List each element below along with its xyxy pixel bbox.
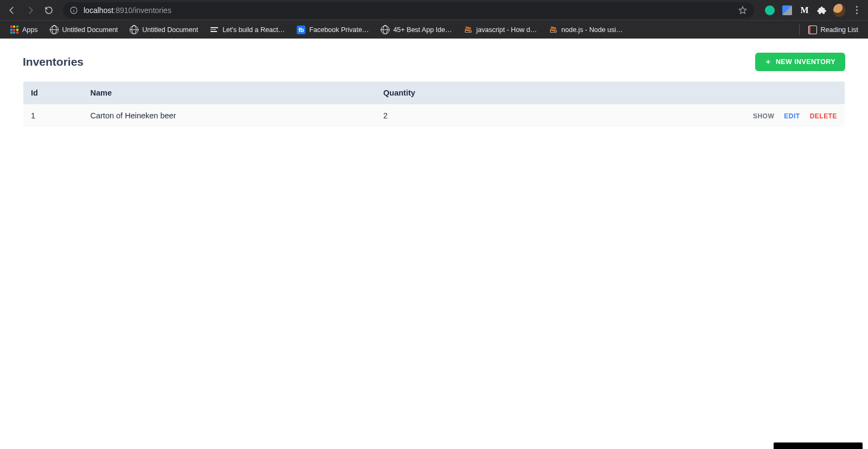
bookmark-appideas[interactable]: 45+ Best App Ide…: [376, 23, 456, 36]
extensions-icon[interactable]: [816, 4, 828, 16]
extensions-area: M: [761, 4, 864, 16]
edit-action[interactable]: EDIT: [784, 112, 800, 120]
forward-button[interactable]: [23, 3, 38, 18]
bookmark-separator: [799, 24, 800, 35]
bookmark-label: javascript - How d…: [476, 26, 537, 34]
new-inventory-button[interactable]: NEW INVENTORY: [755, 53, 845, 71]
bookmark-label: Untitled Document: [142, 26, 198, 34]
new-inventory-label: NEW INVENTORY: [776, 58, 835, 66]
browser-toolbar: localhost:8910/inventories M: [0, 0, 868, 20]
col-header-id: Id: [23, 81, 83, 105]
inventories-table: Id Name Quantity 1 Carton of Heineken be…: [23, 81, 845, 128]
browser-menu-icon[interactable]: [851, 4, 863, 16]
col-header-actions: [682, 81, 845, 105]
bookmark-apps[interactable]: Apps: [5, 23, 42, 36]
bookmark-star-icon[interactable]: [738, 5, 748, 15]
show-action[interactable]: SHOW: [753, 112, 774, 120]
plus-icon: [765, 59, 771, 65]
cell-id: 1: [23, 104, 83, 128]
table-row: 1 Carton of Heineken beer 2 SHOW EDIT DE…: [23, 104, 845, 128]
bookmark-nodejs[interactable]: node.js - Node usi…: [545, 23, 627, 36]
reading-list[interactable]: Reading List: [804, 23, 863, 36]
col-header-name: Name: [83, 81, 376, 105]
col-header-quantity: Quantity: [376, 81, 682, 105]
browser-chrome: localhost:8910/inventories M Apps Untitl…: [0, 0, 868, 39]
bookmarks-bar: Apps Untitled Document Untitled Document…: [0, 20, 868, 39]
url-text: localhost:8910/inventories: [84, 6, 171, 15]
medium-icon[interactable]: M: [799, 4, 810, 16]
bookmark-label: Apps: [22, 26, 38, 34]
page-header: Inventories NEW INVENTORY: [23, 53, 845, 71]
reload-button[interactable]: [41, 3, 56, 18]
grammarly-icon[interactable]: [764, 4, 776, 16]
table-header-row: Id Name Quantity: [23, 81, 845, 105]
bookmark-facebook[interactable]: fb Facebook Private…: [292, 23, 373, 36]
back-button[interactable]: [4, 3, 20, 18]
bookmark-label: Let's build a React…: [222, 26, 285, 34]
cell-quantity: 2: [376, 104, 682, 128]
bookmark-javascript[interactable]: javascript - How d…: [459, 23, 541, 36]
bookmark-untitled-2[interactable]: Untitled Document: [125, 23, 202, 36]
bookmark-react[interactable]: Let's build a React…: [206, 23, 289, 36]
profile-avatar[interactable]: [833, 4, 845, 16]
row-actions: SHOW EDIT DELETE: [682, 104, 845, 128]
translate-icon[interactable]: [781, 4, 793, 16]
bookmark-untitled-1[interactable]: Untitled Document: [46, 23, 123, 36]
delete-action[interactable]: DELETE: [810, 112, 837, 120]
cell-name: Carton of Heineken beer: [83, 104, 376, 128]
page-content: Inventories NEW INVENTORY Id Name Quanti…: [0, 39, 868, 142]
bottom-indicator: [774, 442, 863, 449]
bookmark-label: Facebook Private…: [309, 26, 369, 34]
bookmark-label: Reading List: [821, 26, 859, 34]
address-bar[interactable]: localhost:8910/inventories: [63, 2, 754, 18]
bookmark-label: node.js - Node usi…: [561, 26, 623, 34]
bookmark-label: 45+ Best App Ide…: [393, 26, 452, 34]
bookmark-label: Untitled Document: [62, 26, 118, 34]
site-info-icon[interactable]: [69, 6, 78, 15]
page-title: Inventories: [23, 55, 84, 68]
